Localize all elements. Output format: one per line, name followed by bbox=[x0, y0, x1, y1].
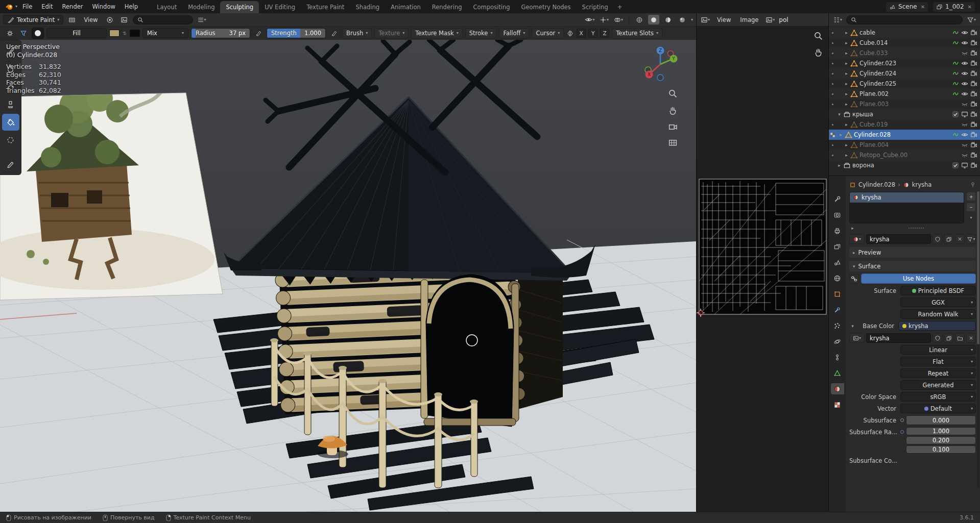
ortho-grid-icon[interactable] bbox=[668, 138, 678, 147]
visibility-dropdown-icon[interactable]: ▾ bbox=[584, 15, 595, 24]
cursor-popover[interactable]: Cursor▾ bbox=[532, 28, 564, 38]
menu-help[interactable]: Help bbox=[121, 2, 142, 12]
outliner-row[interactable]: ▸ Cube.014 bbox=[829, 38, 980, 48]
shading-solid-button[interactable] bbox=[648, 15, 659, 24]
tab-physics[interactable] bbox=[831, 336, 844, 347]
disable-render-icon[interactable] bbox=[970, 70, 977, 77]
tool-clone[interactable] bbox=[2, 96, 19, 113]
falloff-popover-icon[interactable] bbox=[104, 15, 115, 24]
grease-pencil-grid-icon[interactable] bbox=[66, 15, 78, 24]
tab-geometry-nodes[interactable]: Geometry Nodes bbox=[516, 1, 577, 13]
hide-viewport-icon[interactable] bbox=[961, 29, 968, 36]
menu-window[interactable]: Window bbox=[88, 2, 119, 12]
source-select[interactable]: Generated▾ bbox=[900, 380, 976, 390]
tab-world[interactable] bbox=[831, 272, 844, 284]
hide-viewport-icon[interactable] bbox=[961, 39, 968, 46]
disclosure-triangle-icon[interactable]: ▸ bbox=[843, 61, 850, 66]
tab-object[interactable] bbox=[831, 288, 844, 300]
tab-view-layer[interactable] bbox=[831, 241, 844, 252]
browse-material-button[interactable]: ▾ bbox=[849, 234, 865, 244]
view-layer-selector[interactable]: 1_002 ✕ bbox=[933, 2, 975, 12]
shading-material-button[interactable] bbox=[662, 15, 674, 24]
viewport-canvas[interactable]: User Perspective (0) Cylinder.028 Vertic… bbox=[0, 40, 696, 512]
scene-selector[interactable]: Scene ✕ bbox=[886, 2, 928, 12]
disable-render-icon[interactable] bbox=[970, 141, 977, 148]
tool-annotate[interactable] bbox=[2, 156, 19, 172]
shading-rendered-button[interactable] bbox=[677, 15, 688, 24]
mirror-y-toggle[interactable]: Y bbox=[588, 29, 597, 38]
tab-render[interactable] bbox=[831, 209, 844, 220]
texture-popover-icon[interactable] bbox=[118, 15, 130, 24]
outliner-filter-icon[interactable]: ▾ bbox=[966, 15, 977, 24]
unlink-material-icon[interactable] bbox=[955, 234, 965, 244]
hide-viewport-icon[interactable] bbox=[961, 70, 968, 77]
tab-texture[interactable] bbox=[831, 399, 844, 410]
remove-slot-button[interactable]: － bbox=[966, 203, 976, 212]
strength-slider[interactable]: Strength 1.000 bbox=[267, 28, 326, 38]
vector-select[interactable]: Default▾ bbox=[900, 404, 976, 413]
disclosure-triangle-icon[interactable]: ▸ bbox=[838, 132, 844, 137]
tab-modeling[interactable]: Modeling bbox=[182, 1, 220, 13]
uv-view-menu[interactable]: View bbox=[714, 15, 734, 24]
filter-icon[interactable] bbox=[18, 29, 29, 38]
texture-slots-popover[interactable]: Texture Slots▾ bbox=[612, 28, 662, 38]
distribution-select[interactable]: GGX▾ bbox=[900, 297, 976, 307]
blend-mode-select[interactable]: Mix▾ bbox=[142, 28, 188, 38]
disable-render-icon[interactable] bbox=[970, 90, 977, 97]
disable-render-icon[interactable] bbox=[970, 152, 977, 159]
uv-zoom-icon[interactable] bbox=[814, 31, 823, 41]
color-space-select[interactable]: sRGB▾ bbox=[900, 392, 976, 402]
pin-icon[interactable] bbox=[970, 182, 976, 188]
image-browse-select[interactable]: ▾ bbox=[764, 15, 776, 24]
outliner-row[interactable]: ▸ Cube.033 bbox=[829, 48, 980, 58]
disclosure-triangle-icon[interactable]: ▸ bbox=[843, 30, 850, 35]
hide-viewport-icon[interactable] bbox=[961, 162, 968, 169]
disable-render-icon[interactable] bbox=[970, 80, 977, 87]
brush-popover[interactable]: Brush▾ bbox=[342, 28, 372, 38]
menu-render[interactable]: Render bbox=[58, 2, 87, 12]
hide-viewport-icon[interactable] bbox=[961, 152, 968, 159]
radius-slider[interactable]: Radius 37 px bbox=[191, 28, 250, 38]
radius-z-value[interactable]: 0.100 bbox=[906, 445, 976, 454]
hide-viewport-icon[interactable] bbox=[961, 131, 968, 138]
blender-logo-icon[interactable] bbox=[5, 2, 14, 11]
tool-fill[interactable] bbox=[2, 114, 19, 131]
outliner-row[interactable]: ▸ Cylinder.023 bbox=[829, 58, 980, 68]
outliner-editor-type-icon[interactable]: ▾ bbox=[832, 15, 843, 24]
tab-object-data[interactable] bbox=[831, 367, 844, 379]
tab-particles[interactable] bbox=[831, 320, 844, 331]
disclosure-triangle-icon[interactable]: ▸ bbox=[843, 71, 850, 76]
swap-colors-icon[interactable] bbox=[122, 31, 127, 36]
image-name-field[interactable]: krysha bbox=[866, 333, 931, 343]
menu-file[interactable]: File bbox=[18, 2, 36, 12]
outliner-row[interactable]: ▸ Cylinder.025 bbox=[829, 79, 980, 89]
texture-mask-popover[interactable]: Texture Mask▾ bbox=[411, 28, 462, 38]
tab-scene[interactable] bbox=[831, 257, 844, 268]
expand-icon[interactable]: ▾ bbox=[849, 323, 856, 329]
breadcrumb-material[interactable]: krysha bbox=[912, 181, 932, 188]
material-name-field[interactable]: krysha bbox=[866, 234, 931, 244]
outliner-row[interactable]: ▸ Plane.004 bbox=[829, 140, 980, 150]
tab-scripting[interactable]: Scripting bbox=[577, 1, 614, 13]
fake-user-shield-icon[interactable] bbox=[933, 234, 942, 244]
mirror-z-toggle[interactable]: Z bbox=[600, 29, 609, 38]
pan-hand-icon[interactable] bbox=[668, 105, 678, 115]
unlink-scene-icon[interactable]: ✕ bbox=[921, 4, 925, 10]
list-resize-grip[interactable] bbox=[909, 228, 924, 229]
disable-render-icon[interactable] bbox=[970, 111, 977, 118]
hide-viewport-icon[interactable] bbox=[961, 90, 968, 97]
display-mode-menu-icon[interactable]: ▾ bbox=[196, 15, 207, 24]
open-image-icon[interactable] bbox=[955, 333, 965, 343]
uv-image-menu[interactable]: Image bbox=[737, 15, 761, 24]
outliner-row[interactable]: ▸ Cube.019 bbox=[829, 119, 980, 130]
outliner-collection-row[interactable]: ▸ ворона bbox=[829, 160, 980, 170]
hide-viewport-icon[interactable] bbox=[961, 101, 968, 108]
tab-shading[interactable]: Shading bbox=[350, 1, 385, 13]
secondary-color-swatch[interactable] bbox=[130, 30, 140, 37]
brush-thumbnail[interactable] bbox=[32, 28, 44, 39]
stroke-popover[interactable]: Stroke▾ bbox=[465, 28, 497, 38]
interpolation-select[interactable]: Linear▾ bbox=[900, 345, 976, 355]
falloff-popover[interactable]: Falloff▾ bbox=[499, 28, 529, 38]
radius-pressure-toggle[interactable] bbox=[253, 29, 264, 38]
extension-select[interactable]: Repeat▾ bbox=[900, 368, 976, 378]
